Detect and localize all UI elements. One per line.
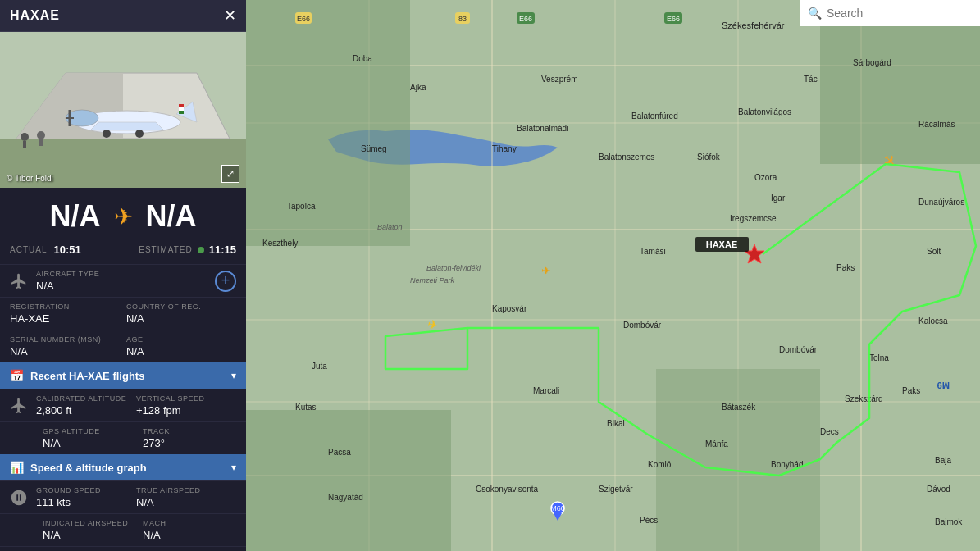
svg-point-8 [103, 130, 111, 138]
svg-text:E66: E66 [519, 15, 532, 23]
altitude-icon [10, 397, 28, 415]
ground-speed-col: GROUND SPEED 111 kts [36, 486, 136, 508]
svg-text:Szigetvár: Szigetvár [599, 485, 633, 494]
svg-text:Igar: Igar [771, 194, 786, 203]
svg-rect-14 [179, 111, 184, 114]
svg-text:Bikal: Bikal [607, 419, 625, 428]
svg-text:Paks: Paks [836, 263, 855, 272]
aircraft-type-col: AIRCRAFT TYPE N/A [36, 270, 208, 292]
expand-image-button[interactable]: ⤢ [221, 165, 239, 183]
svg-text:M9: M9 [937, 380, 950, 390]
speed-graph-title: Speed & altitude graph [30, 462, 225, 474]
ias-col: INDICATED AIRSPEED N/A [43, 519, 136, 541]
cal-alt-col: CALIBRATED ALTITUDE 2,800 ft [36, 394, 136, 417]
aircraft-type-icon [10, 272, 28, 290]
speed-graph-header[interactable]: 📊 Speed & altitude graph ▾ [0, 454, 246, 480]
svg-text:Marcali: Marcali [533, 386, 559, 395]
svg-text:Szekszárd: Szekszárd [845, 394, 883, 403]
svg-text:Veszprém: Veszprém [541, 75, 577, 84]
svg-text:Sümeg: Sümeg [361, 144, 387, 153]
svg-text:Balatonfüred: Balatonfüred [631, 112, 678, 121]
speed-graph-chevron: ▾ [231, 462, 236, 473]
svg-text:Ozora: Ozora [754, 173, 777, 182]
svg-text:Tolna: Tolna [869, 353, 889, 362]
speed-section: GROUND SPEED 111 kts TRUE AIRSPEED N/A [0, 480, 246, 513]
svg-text:Paks: Paks [902, 386, 920, 395]
wind-section: WIND N/A TEMPERATURE N/A [0, 546, 246, 551]
left-panel: HAXAE ✕ [0, 0, 246, 551]
svg-text:Tapolca: Tapolca [287, 202, 316, 211]
svg-text:Kaposvár: Kaposvár [492, 304, 527, 313]
svg-text:83: 83 [458, 15, 467, 23]
destination-code: N/A [146, 199, 197, 234]
actual-time: 10:51 [53, 244, 80, 256]
svg-point-17 [37, 131, 45, 139]
svg-text:HAXAE: HAXAE [706, 239, 738, 249]
mach-col: MACH N/A [143, 519, 236, 541]
registration-col: REGISTRATION HA-XAE [10, 303, 120, 325]
svg-text:M60: M60 [550, 504, 565, 512]
svg-text:✈: ✈ [541, 264, 551, 277]
svg-rect-12 [179, 104, 184, 107]
search-input[interactable] [827, 7, 972, 20]
svg-text:Pacsa: Pacsa [328, 448, 351, 457]
map-search-bar[interactable]: 🔍 [800, 0, 980, 26]
aircraft-image: © Tibor Foldi ⤢ [0, 32, 246, 188]
route-arrow-icon: ✈ [114, 203, 133, 230]
recent-flights-header[interactable]: 📅 Recent HA-XAE flights ▾ [0, 362, 246, 389]
true-airspeed-label: TRUE AIRSPEED [136, 486, 236, 494]
recent-flights-chevron: ▾ [231, 370, 236, 381]
svg-text:Tác: Tác [804, 75, 818, 84]
svg-text:Dunaújváros: Dunaújváros [918, 198, 964, 207]
vert-speed-value: +128 fpm [136, 404, 236, 417]
close-button[interactable]: ✕ [224, 7, 236, 25]
registration-label: REGISTRATION [10, 303, 120, 311]
svg-text:Balatonvilágos: Balatonvilágos [738, 107, 791, 116]
track-label: TRACK [143, 427, 236, 435]
svg-text:Decs: Decs [820, 427, 839, 436]
svg-text:Tamási: Tamási [640, 247, 666, 256]
svg-text:Baja: Baja [935, 456, 951, 465]
add-aircraft-type-button[interactable]: + [215, 271, 236, 292]
cal-alt-value: 2,800 ft [36, 404, 136, 417]
photo-credit: © Tibor Foldi [7, 174, 53, 183]
svg-point-15 [21, 133, 29, 141]
track-col: TRACK 273° [143, 427, 236, 449]
calendar-icon: 📅 [10, 369, 24, 382]
svg-text:Keszthely: Keszthely [262, 239, 298, 248]
mach-label: MACH [143, 519, 236, 527]
ias-label: INDICATED AIRSPEED [43, 519, 136, 527]
aircraft-type-label: AIRCRAFT TYPE [36, 270, 208, 278]
panel-title: HAXAE [10, 8, 60, 23]
svg-marker-5 [90, 122, 164, 130]
serial-section: SERIAL NUMBER (MSN) N/A AGE N/A [0, 330, 246, 362]
svg-text:Balaton: Balaton [377, 223, 403, 231]
cal-alt-label: CALIBRATED ALTITUDE [36, 394, 136, 403]
aircraft-type-section: AIRCRAFT TYPE N/A + [0, 264, 246, 297]
map-area[interactable]: Székesfehérvár Doba Ajka Veszprém Sümeg … [246, 0, 980, 551]
svg-text:Balatonalmádi: Balatonalmádi [517, 124, 568, 133]
true-airspeed-col: TRUE AIRSPEED N/A [136, 486, 236, 508]
age-value: N/A [126, 345, 236, 357]
serial-label: SERIAL NUMBER (MSN) [10, 335, 120, 344]
map-canvas: Székesfehérvár Doba Ajka Veszprém Sümeg … [246, 0, 980, 551]
svg-rect-34 [246, 410, 451, 551]
svg-text:E66: E66 [667, 15, 680, 23]
svg-text:Csokonyavisonta: Csokonyavisonta [476, 485, 539, 494]
country-label: COUNTRY OF REG. [126, 303, 236, 311]
search-icon: 🔍 [808, 7, 822, 20]
svg-rect-31 [246, 0, 410, 246]
estimated-time-block: ESTIMATED 11:15 [139, 244, 236, 256]
svg-rect-16 [23, 141, 26, 148]
recent-flights-title: Recent HA-XAE flights [30, 370, 225, 382]
svg-text:Bátaszék: Bátaszék [722, 403, 756, 412]
svg-text:Székesfehérvár: Székesfehérvár [722, 20, 785, 30]
ground-speed-label: GROUND SPEED [36, 486, 136, 494]
svg-text:Kalocsa: Kalocsa [918, 316, 948, 326]
origin-code: N/A [50, 199, 101, 234]
ias-value: N/A [43, 529, 136, 541]
svg-text:Balatonszemes: Balatonszemes [599, 153, 654, 162]
ground-speed-value: 111 kts [36, 496, 136, 508]
svg-text:Sárbogárd: Sárbogárd [853, 58, 891, 67]
vert-speed-label: VERTICAL SPEED [136, 394, 236, 403]
